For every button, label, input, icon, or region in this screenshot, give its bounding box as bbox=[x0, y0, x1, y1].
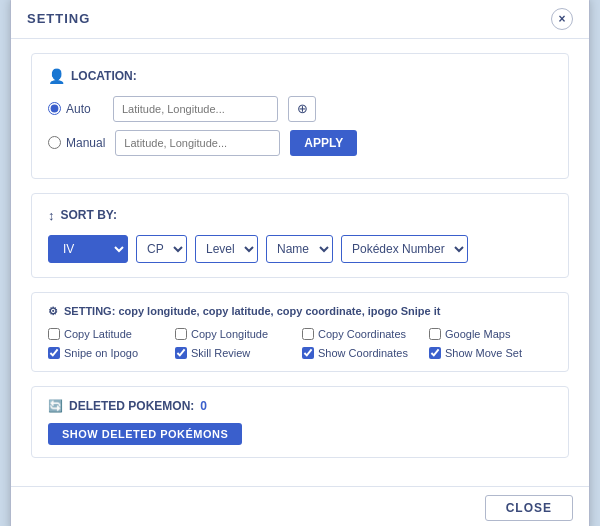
settings-copy-section: ⚙ SETTING: copy longitude, copy latitude… bbox=[31, 292, 569, 372]
sort-section: ↕ SORT BY: IV CP Level Name bbox=[31, 193, 569, 278]
show-deleted-button[interactable]: SHOW DELETED POKÉMONS bbox=[48, 423, 242, 445]
manual-radio-label[interactable]: Manual bbox=[48, 136, 105, 150]
sort-name-select[interactable]: Name bbox=[266, 235, 333, 263]
copy-coordinates-checkbox[interactable] bbox=[302, 328, 314, 340]
modal-header: SETTING × bbox=[11, 0, 589, 39]
settings-gear-icon: ⚙ bbox=[48, 305, 58, 318]
sort-cp-select[interactable]: CP bbox=[136, 235, 187, 263]
sort-iv-select[interactable]: IV bbox=[48, 235, 128, 263]
show-move-set-checkbox[interactable] bbox=[429, 347, 441, 359]
close-button[interactable]: CLOSE bbox=[485, 495, 573, 521]
copy-longitude-checkbox[interactable] bbox=[175, 328, 187, 340]
deleted-title: 🔄 DELETED POKEMON: 0 bbox=[48, 399, 552, 413]
copy-latitude-label[interactable]: Copy Latitude bbox=[48, 328, 171, 340]
skill-review-label[interactable]: Skill Review bbox=[175, 347, 298, 359]
close-x-button[interactable]: × bbox=[551, 8, 573, 30]
gps-icon: ⊕ bbox=[297, 101, 308, 116]
sort-pokedex-select[interactable]: Pokédex Number bbox=[341, 235, 468, 263]
snipe-ipogo-checkbox[interactable] bbox=[48, 347, 60, 359]
skill-review-checkbox[interactable] bbox=[175, 347, 187, 359]
location-section-title: 👤 LOCATION: bbox=[48, 68, 552, 84]
copy-coordinates-label[interactable]: Copy Coordinates bbox=[302, 328, 425, 340]
sort-row: IV CP Level Name Pokédex Number bbox=[48, 235, 552, 263]
sort-title: ↕ SORT BY: bbox=[48, 208, 552, 223]
auto-radio[interactable] bbox=[48, 102, 61, 115]
modal-title: SETTING bbox=[27, 11, 90, 26]
deleted-count: 0 bbox=[200, 399, 207, 413]
auto-row: Auto ⊕ bbox=[48, 96, 552, 122]
deleted-section: 🔄 DELETED POKEMON: 0 SHOW DELETED POKÉMO… bbox=[31, 386, 569, 458]
show-move-set-label[interactable]: Show Move Set bbox=[429, 347, 552, 359]
modal-body: 👤 LOCATION: Auto ⊕ Manual bbox=[11, 39, 589, 486]
snipe-ipogo-label[interactable]: Snipe on Ipogo bbox=[48, 347, 171, 359]
auto-radio-label[interactable]: Auto bbox=[48, 102, 103, 116]
auto-coord-input[interactable] bbox=[113, 96, 278, 122]
settings-modal: SETTING × 👤 LOCATION: Auto ⊕ bbox=[10, 0, 590, 526]
checkboxes-grid: Copy Latitude Copy Longitude Copy Coordi… bbox=[48, 328, 552, 359]
modal-overlay: SETTING × 👤 LOCATION: Auto ⊕ bbox=[0, 0, 600, 526]
location-icon: 👤 bbox=[48, 68, 65, 84]
copy-latitude-checkbox[interactable] bbox=[48, 328, 60, 340]
show-coordinates-checkbox[interactable] bbox=[302, 347, 314, 359]
deleted-icon: 🔄 bbox=[48, 399, 63, 413]
location-section: 👤 LOCATION: Auto ⊕ Manual bbox=[31, 53, 569, 179]
settings-copy-title: ⚙ SETTING: copy longitude, copy latitude… bbox=[48, 305, 552, 318]
modal-footer: CLOSE bbox=[11, 486, 589, 527]
sort-level-select[interactable]: Level bbox=[195, 235, 258, 263]
manual-radio[interactable] bbox=[48, 136, 61, 149]
google-maps-label[interactable]: Google Maps bbox=[429, 328, 552, 340]
manual-row: Manual APPLY bbox=[48, 130, 552, 156]
apply-button[interactable]: APPLY bbox=[290, 130, 357, 156]
show-coordinates-label[interactable]: Show Coordinates bbox=[302, 347, 425, 359]
sort-arrows-icon: ↕ bbox=[48, 208, 55, 223]
gps-button[interactable]: ⊕ bbox=[288, 96, 316, 122]
copy-longitude-label[interactable]: Copy Longitude bbox=[175, 328, 298, 340]
manual-coord-input[interactable] bbox=[115, 130, 280, 156]
google-maps-checkbox[interactable] bbox=[429, 328, 441, 340]
